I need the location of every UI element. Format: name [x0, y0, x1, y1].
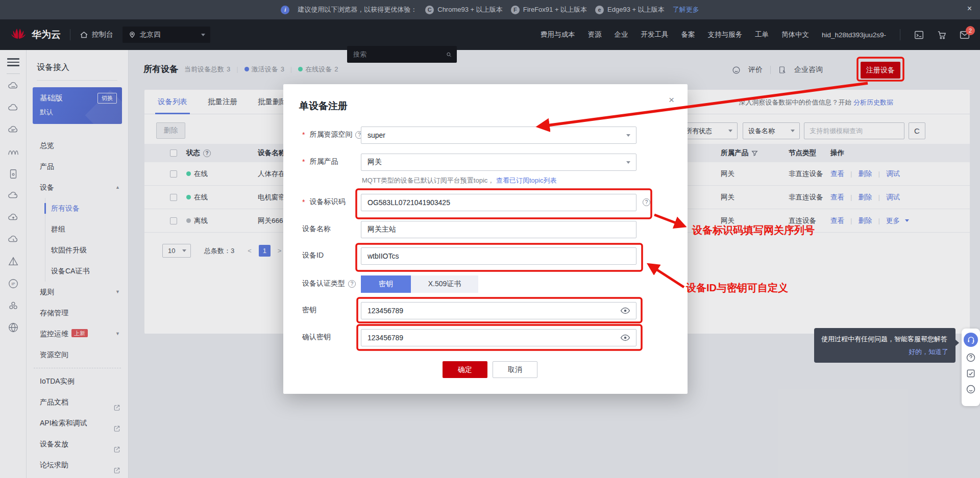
chevron-down-icon [626, 161, 630, 164]
confirm-secret-label: 确认密钥 [302, 333, 368, 342]
confirm-button[interactable]: 确定 [443, 361, 487, 378]
product-value: 网关 [368, 158, 382, 167]
device-name-label: 设备名称 [302, 224, 368, 234]
auth-secret-option[interactable]: 密钥 [361, 275, 411, 293]
secret-input[interactable] [361, 302, 636, 319]
product-select[interactable]: 网关 [361, 154, 636, 171]
help-icon[interactable]: ? [348, 280, 356, 288]
close-icon[interactable]: × [669, 94, 674, 106]
device-id-label: 设备ID [302, 251, 368, 260]
customer-service-icon[interactable] [964, 333, 978, 347]
cancel-button[interactable]: 取消 [493, 361, 537, 378]
feedback-icon[interactable] [966, 368, 976, 379]
device-name-input[interactable] [361, 221, 636, 238]
single-device-register-modal: × 单设备注册 所属资源空间? super 所属产品 网关 MQTT类型的设备已… [283, 84, 688, 394]
screen: i 建议使用以下浏览器，以获得更优体验： C Chrome93 + 以上版本 F… [0, 0, 980, 478]
device-code-label: 设备标识码 [302, 197, 368, 207]
topic-list-link[interactable]: 查看已订阅topic列表 [496, 177, 556, 184]
assistant-tooltip-text: 使用过程中有任何问题，智能客服帮您解答 [821, 335, 948, 344]
resource-space-select[interactable]: super [361, 127, 636, 144]
resource-space-value: super [368, 131, 385, 139]
chevron-down-icon [626, 134, 630, 137]
device-id-input[interactable] [361, 247, 636, 265]
question-icon[interactable] [966, 353, 976, 363]
auth-x509-option[interactable]: X.509证书 [411, 275, 478, 293]
helper-strip [962, 329, 980, 406]
device-code-input[interactable] [361, 194, 636, 211]
mqtt-note-text: MQTT类型的设备已默认订阅平台预置topic， [362, 177, 494, 184]
product-label: 所属产品 [302, 157, 368, 166]
confirm-secret-input[interactable] [361, 329, 636, 346]
assistant-tooltip: 使用过程中有任何问题，智能客服帮您解答 好的，知道了 [814, 328, 955, 363]
secret-label: 密钥 [302, 306, 368, 315]
auth-type-segment: 密钥 X.509证书 [361, 275, 478, 293]
eye-icon[interactable] [620, 306, 630, 316]
modal-title: 单设备注册 [299, 99, 348, 113]
smiley-feedback-icon[interactable] [966, 384, 976, 394]
resource-space-label: 所属资源空间? [302, 130, 368, 139]
help-icon[interactable]: ? [643, 198, 650, 206]
eye-icon[interactable] [620, 333, 630, 343]
auth-type-label: 设备认证类型? [302, 279, 368, 288]
assistant-dismiss-link[interactable]: 好的，知道了 [821, 347, 948, 357]
mqtt-note: MQTT类型的设备已默认订阅平台预置topic， 查看已订阅topic列表 [362, 176, 556, 185]
